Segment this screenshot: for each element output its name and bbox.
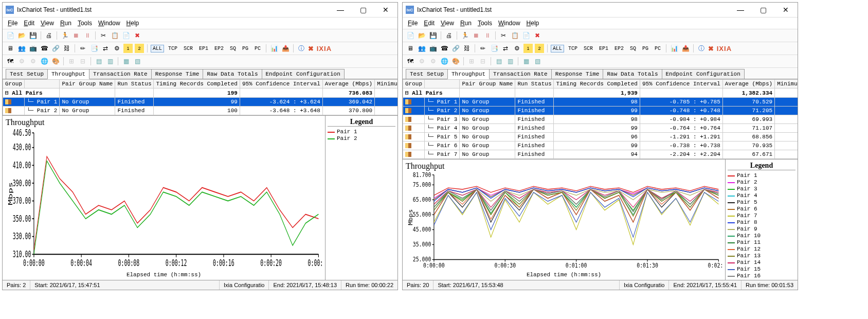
filter-pc[interactable]: PC (653, 45, 663, 52)
export-icon[interactable]: 📤 (281, 44, 290, 53)
tool3a-icon[interactable]: 🗺 (6, 57, 15, 66)
endpoint2-icon[interactable]: 👥 (17, 44, 26, 53)
maximize-button[interactable]: ▢ (356, 5, 370, 15)
legend-item[interactable]: Pair 2 (328, 135, 395, 142)
tab-endpoint-configuration[interactable]: Endpoint Configuration (662, 69, 745, 79)
tab-endpoint-configuration[interactable]: Endpoint Configuration (262, 69, 345, 79)
table-row[interactable]: └─ Pair 2No GroupFinished99-0.748 : +0.7… (403, 107, 798, 115)
report-icon[interactable]: 📊 (670, 44, 679, 53)
legend-item[interactable]: Pair 4 (728, 192, 795, 199)
lay3-icon[interactable]: ▦ (121, 57, 131, 66)
grp2-icon[interactable]: ⊟ (78, 57, 87, 66)
edit-pair-icon[interactable]: ✏ (78, 44, 87, 53)
col-header[interactable]: Average (Mbps) (722, 80, 774, 88)
tab-raw-data-totals[interactable]: Raw Data Totals (603, 69, 662, 79)
link-icon[interactable]: 🔗 (451, 44, 460, 53)
filter-sq[interactable]: SQ (228, 45, 238, 52)
lay4-icon[interactable]: ▧ (533, 57, 542, 66)
col-header[interactable]: Timing Records Completed (154, 80, 240, 88)
legend-item[interactable]: Pair 14 (728, 259, 795, 266)
filter-tcp[interactable]: TCP (566, 45, 580, 52)
col-header[interactable]: Minimum (Mbps) (775, 80, 798, 88)
menu-tools[interactable]: Tools (478, 20, 492, 27)
print-icon[interactable]: 🖨 (444, 31, 454, 40)
filter-pc[interactable]: PC (252, 45, 263, 52)
link-icon[interactable]: 🔗 (51, 44, 60, 53)
col-header[interactable] (25, 80, 60, 88)
collapse-icon[interactable]: ⊟ (5, 90, 9, 96)
conf-icon[interactable]: ⚙ (512, 44, 521, 53)
tv-icon[interactable]: 📺 (428, 44, 438, 53)
tool3d-icon[interactable]: 🌐 (40, 57, 49, 66)
filter-all[interactable]: ALL (551, 45, 564, 52)
filter-ep1[interactable]: EP1 (197, 45, 210, 52)
open-icon[interactable]: 📂 (417, 31, 426, 40)
phone-icon[interactable]: ☎ (40, 44, 49, 53)
legend-item[interactable]: Pair 16 (728, 273, 795, 279)
table-row[interactable]: └─ Pair 2No GroupFinished100-3.648 : +3.… (3, 107, 398, 115)
menu-help[interactable]: Help (527, 20, 539, 27)
legend-item[interactable]: Pair 10 (728, 233, 795, 239)
grp2-icon[interactable]: ⊟ (478, 57, 487, 66)
tab-transaction-rate[interactable]: Transaction Rate (89, 69, 152, 79)
menu-run[interactable]: Run (460, 20, 472, 27)
delete-icon[interactable]: ✖ (533, 31, 542, 40)
col-header[interactable] (425, 80, 460, 88)
tab-test-setup[interactable]: Test Setup (406, 69, 448, 79)
menu-edit[interactable]: Edit (24, 20, 34, 27)
legend-item[interactable]: Pair 15 (728, 266, 795, 273)
filter-scr[interactable]: SCR (182, 45, 195, 52)
filter-scr[interactable]: SCR (582, 45, 595, 52)
phone-icon[interactable]: ☎ (440, 44, 449, 53)
info-icon[interactable]: ⓘ (697, 44, 706, 53)
filter-pg[interactable]: PG (240, 45, 250, 52)
table-row[interactable]: └─ Pair 7No GroupFinished94-2.204 : +2.2… (403, 150, 798, 159)
table-row[interactable]: └─ Pair 1No GroupFinished99-3.624 : +3.6… (3, 98, 398, 107)
tool3d-icon[interactable]: 🌐 (440, 57, 449, 66)
lay1-icon[interactable]: ▤ (94, 57, 103, 66)
chain-icon[interactable]: ⛓ (62, 44, 71, 53)
export-icon[interactable]: 📤 (681, 44, 690, 53)
menu-edit[interactable]: Edit (424, 20, 435, 27)
legend-item[interactable]: Pair 1 (328, 129, 395, 135)
close-button[interactable]: ✕ (379, 5, 392, 15)
table-row[interactable]: └─ Pair 3No GroupFinished98-0.984 : +0.9… (403, 115, 798, 124)
col-header[interactable]: Average (Mbps) (322, 80, 374, 88)
results-grid[interactable]: GroupPair Group NameRun StatusTiming Rec… (3, 79, 397, 115)
throughput-chart[interactable]: 310.00330.00350.00370.00390.00410.00430.… (6, 127, 322, 272)
tab-transaction-rate[interactable]: Transaction Rate (489, 69, 552, 79)
filter-sq[interactable]: SQ (628, 45, 638, 52)
menu-view[interactable]: View (41, 20, 54, 27)
flag1-icon[interactable]: 1 (123, 44, 133, 53)
tool3a-icon[interactable]: 🗺 (406, 57, 415, 66)
grp1-icon[interactable]: ⊞ (67, 57, 76, 66)
filter-pg[interactable]: PG (640, 45, 650, 52)
new-icon[interactable]: 📄 (6, 31, 15, 40)
pause-icon[interactable]: ⏸ (83, 31, 92, 40)
minimize-button[interactable]: — (334, 5, 347, 15)
menu-file[interactable]: File (8, 20, 17, 27)
col-header[interactable]: Pair Group Name (60, 80, 115, 88)
tab-response-time[interactable]: Response Time (151, 69, 204, 79)
legend-item[interactable]: Pair 6 (728, 206, 795, 212)
col-header[interactable]: 95% Confidence Interval (240, 80, 322, 88)
swap-icon[interactable]: ⇄ (101, 44, 110, 53)
flag2-icon[interactable]: 2 (535, 44, 544, 53)
stop-icon[interactable]: ⏹ (71, 31, 81, 40)
results-grid[interactable]: GroupPair Group NameRun StatusTiming Rec… (403, 79, 798, 159)
open-icon[interactable]: 📂 (17, 31, 26, 40)
grp1-icon[interactable]: ⊞ (467, 57, 476, 66)
col-header[interactable]: Run Status (515, 80, 554, 88)
legend-item[interactable]: Pair 5 (728, 199, 795, 206)
tab-throughput[interactable]: Throughput (47, 69, 89, 79)
new-icon[interactable]: 📄 (406, 31, 415, 40)
menu-help[interactable]: Help (126, 20, 139, 27)
endpoint1-icon[interactable]: 🖥 (6, 44, 15, 53)
titlebar[interactable]: IxC IxChariot Test - untitled1.tst — ▢ ✕ (3, 3, 397, 17)
legend-item[interactable]: Pair 2 (728, 179, 795, 186)
endpoint2-icon[interactable]: 👥 (417, 44, 426, 53)
maximize-button[interactable]: ▢ (756, 5, 770, 15)
legend-item[interactable]: Pair 9 (728, 226, 795, 233)
tool3c-icon[interactable]: ⚙ (428, 57, 438, 66)
pause-icon[interactable]: ⏸ (483, 31, 492, 40)
